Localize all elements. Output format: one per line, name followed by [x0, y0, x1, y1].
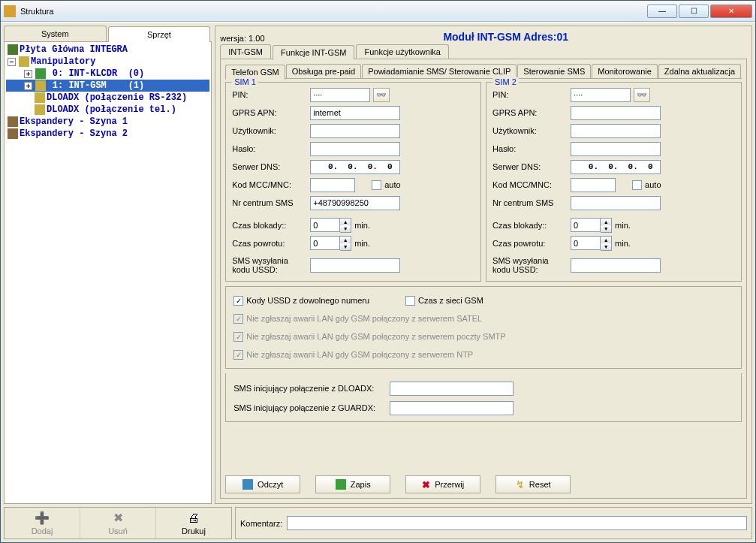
sim2-mcc-input[interactable] [571, 178, 616, 192]
sim1-smsc-input[interactable] [310, 196, 400, 210]
sim2-user-input[interactable] [571, 124, 661, 138]
sms-guardx-input[interactable] [390, 401, 514, 415]
spin-down-icon[interactable]: ▼ [340, 243, 351, 250]
sim1-pin-input[interactable] [310, 88, 370, 102]
unit-min: min. [615, 239, 631, 248]
sim1-return-input[interactable] [310, 236, 340, 250]
label-pin: PIN: [492, 90, 568, 99]
tab-system[interactable]: System [4, 26, 107, 41]
app-icon [4, 5, 16, 17]
button-label: Usuń [108, 526, 128, 535]
spin-up-icon[interactable]: ▲ [340, 237, 351, 243]
sim1-dns-input[interactable] [310, 160, 400, 174]
reset-button[interactable]: ↯ Reset [495, 475, 571, 493]
subtab-sms-clip[interactable]: Powiadamianie SMS/ Sterowanie CLIP [362, 64, 517, 78]
sim1-group: SIM 1 PIN: 👓 GPRS APN: Uży [225, 82, 481, 282]
label-sms-guardx: SMS inicjujący połączenie z GUARDX: [233, 403, 385, 412]
tree-item-intgsm[interactable]: 1: INT-GSM (1) [6, 80, 209, 92]
tree-label: DLOADX (połączenie RS-232) [47, 92, 187, 104]
sim2-dns-input[interactable] [571, 160, 661, 174]
print-button[interactable]: 🖨 Drukuj [156, 508, 231, 538]
sim1-user-input[interactable] [310, 124, 400, 138]
subtab-monitoring[interactable]: Monitorowanie [592, 64, 658, 78]
sim1-mcc-input[interactable] [310, 178, 355, 192]
sim1-apn-input[interactable] [310, 106, 400, 120]
abort-icon: ✖ [422, 479, 430, 490]
spin-down-icon[interactable]: ▼ [601, 225, 611, 232]
sim2-lock-input[interactable] [571, 218, 601, 232]
sim1-lock-input[interactable] [310, 218, 340, 232]
button-label: Dodaj [32, 526, 53, 535]
maximize-button[interactable] [679, 5, 709, 18]
label-lock: Czas blokady:: [232, 221, 307, 230]
expand-icon[interactable] [24, 82, 32, 90]
tree-exp2[interactable]: Ekspandery - Szyna 2 [6, 128, 209, 140]
tree-manipulators[interactable]: Manipulatory [6, 56, 209, 68]
label-return: Czas powrotu: [232, 239, 307, 248]
tree-exp1[interactable]: Ekspandery - Szyna 1 [6, 116, 209, 128]
label-pin: PIN: [232, 90, 307, 99]
gsm-time-checkbox[interactable]: Czas z sieci GSM [405, 296, 483, 306]
label-return: Czas powrotu: [492, 239, 568, 248]
tree-label: 1: INT-GSM (1) [47, 80, 145, 92]
sim2-return-input[interactable] [571, 236, 601, 250]
sms-dloadx-input[interactable] [390, 382, 514, 396]
sim2-legend: SIM 2 [492, 77, 519, 86]
label-dns: Serwer DNS: [232, 162, 307, 171]
tab-user-functions[interactable]: Funkcje użytkownika [356, 44, 449, 59]
subtab-sms-ctrl[interactable]: Sterowanie SMS [517, 64, 591, 78]
sim1-auto-checkbox[interactable]: auto [372, 180, 400, 190]
tree-label: DLOADX (połączenie tel.) [47, 104, 176, 116]
read-button[interactable]: Odczyt [225, 475, 300, 493]
collapse-icon[interactable] [8, 58, 16, 66]
spin-up-icon[interactable]: ▲ [601, 219, 611, 225]
tab-intgsm[interactable]: INT-GSM [220, 44, 271, 59]
checkbox-label: Czas z sieci GSM [418, 296, 483, 305]
spin-up-icon[interactable]: ▲ [601, 237, 611, 243]
reveal-pin-icon[interactable]: 👓 [634, 88, 650, 102]
tree-item-dloadx-tel[interactable]: DLOADX (połączenie tel.) [6, 104, 209, 116]
minimize-button[interactable] [647, 5, 677, 18]
ussd-any-checkbox[interactable]: Kody USSD z dowolnego numeru [233, 296, 369, 306]
tree-root-label: Płyta Główna INTEGRA [20, 44, 128, 56]
spin-up-icon[interactable]: ▲ [340, 219, 351, 225]
device-tree[interactable]: Płyta Główna INTEGRA Manipulatory 0: INT… [4, 42, 212, 504]
button-label: Zapis [351, 480, 371, 489]
sim2-auto-checkbox[interactable]: auto [632, 180, 661, 190]
reveal-pin-icon[interactable]: 👓 [373, 88, 390, 102]
comment-label: Komentarz: [240, 519, 282, 528]
add-button: ➕ Dodaj [5, 508, 80, 538]
spin-down-icon[interactable]: ▼ [340, 225, 351, 232]
sim1-pass-input[interactable] [310, 142, 400, 156]
tree-item-dloadx-rs[interactable]: DLOADX (połączenie RS-232) [6, 92, 209, 104]
tree-root[interactable]: Płyta Główna INTEGRA [6, 44, 209, 56]
sim2-ussd-input[interactable] [571, 258, 661, 273]
tree-item-klcdr[interactable]: 0: INT-KLCDR (0) [6, 68, 209, 80]
subtab-remote-update[interactable]: Zdalna aktualizacja [658, 64, 741, 78]
expand-icon[interactable] [24, 70, 32, 78]
label-mcc: Kod MCC/MNC: [232, 180, 307, 189]
window-title: Struktura [20, 7, 646, 16]
sim2-group: SIM 2 PIN: 👓 GPRS APN: Uży [486, 82, 742, 282]
label-pass: Hasło: [492, 144, 568, 153]
sim1-ussd-input[interactable] [310, 258, 400, 273]
close-button[interactable] [710, 5, 752, 18]
button-label: Przerwij [435, 480, 464, 489]
lan-smtp-checkbox: Nie zgłaszaj awarii LAN gdy GSM połączon… [233, 332, 505, 342]
label-smsc: Nr centrum SMS [232, 198, 307, 207]
left-tabs: System Sprzęt [4, 26, 212, 42]
sim2-pass-input[interactable] [571, 142, 661, 156]
write-button[interactable]: Zapis [315, 475, 390, 493]
abort-button[interactable]: ✖ Przerwij [405, 475, 480, 493]
tab-functions[interactable]: Funkcje INT-GSM [273, 45, 354, 60]
sim2-pin-input[interactable] [571, 88, 631, 102]
label-smsc: Nr centrum SMS [492, 198, 568, 207]
tab-hardware[interactable]: Sprzęt [108, 26, 211, 42]
spin-down-icon[interactable]: ▼ [601, 243, 611, 250]
sms-init-group: SMS inicjujący połączenie z DLOADX: SMS … [225, 373, 742, 422]
subtab-prepaid[interactable]: Obsługa pre-paid [286, 64, 361, 78]
sim2-smsc-input[interactable] [571, 196, 661, 210]
sim2-apn-input[interactable] [571, 106, 661, 120]
comment-input[interactable] [287, 516, 747, 530]
label-user: Użytkownik: [232, 126, 307, 135]
